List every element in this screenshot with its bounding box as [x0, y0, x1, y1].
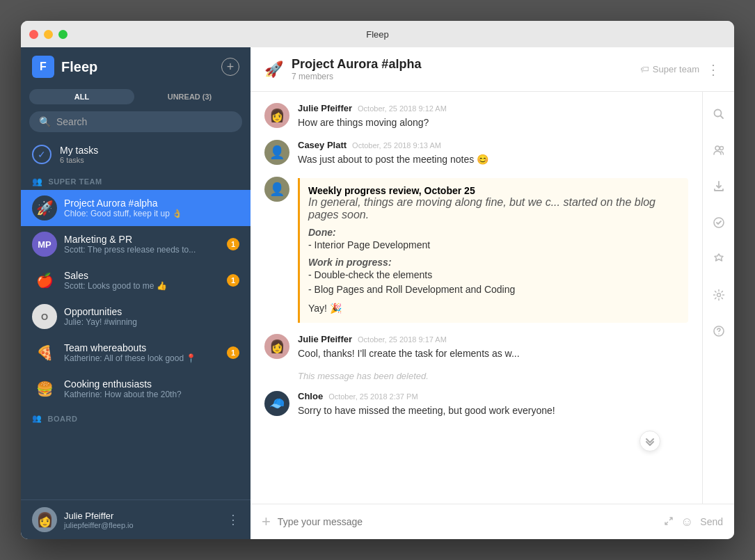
chat-header-right: 🏷 Super team ⋮ — [640, 61, 720, 78]
add-attachment-button[interactable]: + — [262, 513, 271, 531]
chat-preview-aurora: Chloe: Good stuff, keep it up 👌 — [64, 209, 239, 218]
chat-item-opportunities[interactable]: O Opportunities Julie: Yay! #winning — [21, 298, 251, 335]
message-input[interactable] — [278, 516, 657, 527]
expand-icon[interactable] — [664, 516, 674, 528]
chat-info-marketing: Marketing & PR Scott: The press release … — [64, 234, 220, 255]
footer-more-icon[interactable]: ⋮ — [227, 512, 239, 527]
group-icon: 👥 — [32, 177, 43, 186]
highlight-block: Weekly progress review, October 25 In ge… — [298, 178, 688, 323]
add-conversation-button[interactable]: + — [221, 58, 239, 76]
search-icon: 🔍 — [39, 116, 51, 127]
done-item-1: - Interior Page Development — [308, 238, 680, 253]
members-count: 7 members — [292, 72, 421, 81]
chat-name-whereabouts: Team whereabouts — [64, 342, 220, 353]
app-body: F Fleep + ALL UNREAD (3) 🔍 Search ✓ My t… — [21, 47, 734, 539]
deleted-message-text: This message has been deleted. — [298, 371, 429, 381]
msg-author: Chloe — [298, 391, 323, 401]
avatar-opportunities: O — [32, 304, 57, 329]
filter-all-tab[interactable]: ALL — [29, 89, 134, 104]
message-header: Chloe October, 25 2018 2:37 PM — [298, 391, 555, 401]
msg-bold-title: Weekly progress review, October 25 — [308, 185, 680, 196]
settings-icon[interactable] — [708, 284, 730, 306]
chat-preview-marketing: Scott: The press release needs to... — [64, 245, 220, 255]
filter-tabs: ALL UNREAD (3) — [21, 86, 251, 111]
minimize-button[interactable] — [44, 30, 53, 39]
msg-author: Julie Pfeiffer — [298, 103, 352, 113]
chat-preview-whereabouts: Katherine: All of these look good 📍 — [64, 353, 220, 363]
badge-marketing: 1 — [227, 238, 239, 250]
chat-name-sales: Sales — [64, 270, 220, 281]
team-tag-icon: 🏷 — [640, 64, 649, 74]
chat-item-sales[interactable]: 🍎 Sales Scott: Looks good to me 👍 1 — [21, 262, 251, 298]
chat-item-cooking[interactable]: 🍔 Cooking enthusiasts Katherine: How abo… — [21, 371, 251, 407]
my-tasks-item[interactable]: ✓ My tasks 6 tasks — [21, 139, 251, 170]
chat-item-whereabouts[interactable]: 🍕 Team whereabouts Katherine: All of the… — [21, 335, 251, 371]
chat-info-whereabouts: Team whereabouts Katherine: All of these… — [64, 342, 220, 363]
board-label: BOARD — [48, 415, 78, 423]
search-panel-icon[interactable] — [708, 103, 730, 125]
board-icon: 👥 — [32, 414, 42, 423]
help-icon[interactable] — [708, 320, 730, 342]
filter-unread-tab[interactable]: UNREAD (3) — [137, 89, 242, 104]
message-header: Julie Pfeiffer October, 25 2018 9:12 AM — [298, 103, 447, 113]
footer-user-info: Julie Pfeiffer juliepfeiffer@fleep.io — [64, 511, 220, 529]
tasks-panel-icon[interactable] — [708, 211, 730, 234]
chat-preview-opportunities: Julie: Yay! #winning — [64, 317, 239, 327]
tasks-sub: 6 tasks — [60, 156, 98, 164]
message-content: Casey Platt October, 25 2018 9:13 AM Was… — [298, 140, 488, 167]
deleted-message-row: This message has been deleted. — [264, 371, 688, 381]
chat-info-aurora: Project Aurora #alpha Chloe: Good stuff,… — [64, 198, 239, 218]
message-header: Julie Pfeiffer October, 25 2018 9:17 AM — [298, 334, 520, 344]
msg-italic-intro: In general, things are moving along fine… — [308, 196, 680, 221]
sidebar-footer: 👩 Julie Pfeiffer juliepfeiffer@fleep.io … — [21, 499, 251, 539]
members-panel-icon[interactable] — [708, 139, 730, 161]
app-window: Fleep F Fleep + ALL UNREAD (3) 🔍 Search — [21, 21, 734, 539]
section-label-text: SUPER TEAM — [49, 177, 102, 186]
message-row: 🧢 Chloe October, 25 2018 2:37 PM Sorry t… — [264, 391, 688, 418]
scroll-to-bottom-button[interactable] — [639, 431, 660, 451]
files-panel-icon[interactable] — [708, 175, 730, 198]
chat-name-cooking: Cooking enthusiasts — [64, 378, 239, 390]
search-label: Search — [56, 116, 87, 127]
tasks-icon: ✓ — [32, 145, 51, 164]
message-row: 👤 Casey Platt October, 25 2018 9:13 AM W… — [264, 140, 688, 167]
chat-info-opportunities: Opportunities Julie: Yay! #winning — [64, 306, 239, 327]
team-label: 🏷 Super team — [640, 64, 699, 74]
logo-text: Fleep — [61, 59, 97, 75]
board-section: 👥 BOARD — [21, 407, 251, 426]
chat-header-left: 🚀 Project Aurora #alpha 7 members — [264, 57, 421, 81]
msg-text: How are things moving along? — [298, 115, 447, 130]
chat-more-button[interactable]: ⋮ — [706, 61, 720, 78]
close-button[interactable] — [29, 30, 38, 39]
avatar-casey: 👤 — [264, 140, 289, 165]
badge-whereabouts: 1 — [227, 346, 239, 359]
chat-info-cooking: Cooking enthusiasts Katherine: How about… — [64, 378, 239, 399]
avatar-whereabouts: 🍕 — [32, 340, 57, 365]
search-bar[interactable]: 🔍 Search — [29, 111, 242, 132]
message-content: Julie Pfeiffer October, 25 2018 9:17 AM … — [298, 334, 520, 361]
chat-name-opportunities: Opportunities — [64, 306, 239, 317]
message-row: 👩 Julie Pfeiffer October, 25 2018 9:12 A… — [264, 103, 688, 130]
avatar-casey2: 👤 — [264, 177, 289, 202]
fullscreen-button[interactable] — [58, 30, 67, 39]
chat-item-aurora[interactable]: 🚀 Project Aurora #alpha Chloe: Good stuf… — [21, 190, 251, 226]
footer-name: Julie Pfeiffer — [64, 511, 220, 521]
emoji-icon[interactable]: ☺ — [681, 515, 693, 529]
tasks-info: My tasks 6 tasks — [60, 145, 98, 164]
msg-author: Julie Pfeiffer — [298, 334, 352, 344]
input-icons: ☺ Send — [664, 515, 723, 529]
msg-text: Was just about to post the meeting notes… — [298, 152, 488, 167]
msg-time: October, 25 2018 9:13 AM — [352, 141, 441, 150]
sidebar: F Fleep + ALL UNREAD (3) 🔍 Search ✓ My t… — [21, 47, 251, 539]
pin-panel-icon[interactable] — [708, 248, 730, 270]
svg-point-2 — [720, 147, 723, 150]
message-row: 👩 Julie Pfeiffer October, 25 2018 9:17 A… — [264, 334, 688, 361]
window-title: Fleep — [366, 29, 389, 40]
send-button[interactable]: Send — [700, 516, 723, 527]
avatar-marketing: MP — [32, 232, 57, 257]
chat-name-marketing: Marketing & PR — [64, 234, 220, 245]
chat-item-marketing[interactable]: MP Marketing & PR Scott: The press relea… — [21, 226, 251, 262]
msg-text: Sorry to have missed the meeting, but go… — [298, 403, 555, 418]
avatar-julie2: 👩 — [264, 334, 289, 359]
msg-time: October, 25 2018 9:17 AM — [358, 335, 447, 344]
